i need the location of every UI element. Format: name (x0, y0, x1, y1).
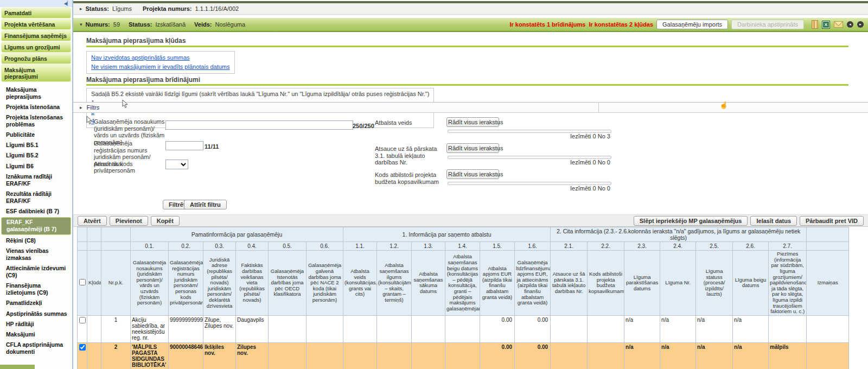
error-link-1[interactable]: Nav izveidotas apstiprinātās summas (91, 53, 230, 62)
row-checkbox[interactable] (79, 344, 86, 351)
sidebar-item-esf-dalibnieki-b-7[interactable]: ESF dalibnieki (B 7) (1, 207, 71, 217)
show-all-records-button[interactable]: Rādīt visus ierakstus (446, 143, 499, 153)
sidebar-item-rezultāta-rādītāji-eraf-kf[interactable]: Rezultāta rādītāji ERAF/KF (1, 189, 71, 206)
sidebar-item-cfla-apstiprinājuma-dokumenti[interactable]: CFLA apstiprinājuma dokumenti (1, 340, 71, 357)
payment-request-bar: ▾ Numurs: 59 Statuss: Izskatīšanā Veids:… (73, 18, 868, 32)
column-header-c02: Galasaņēmēja reģistrācijas numurs juridi… (169, 251, 203, 316)
sidebar-item-projekta-vērtēšana[interactable]: Projekta vērtēšana (1, 19, 71, 30)
column-number-c06: 0.6. (307, 242, 343, 251)
column-header-c25: Līguma statuss (procesā/ izpildīts/ lauz… (696, 251, 733, 316)
sidebar-item-iznākuma-radītāji-eraf-kf[interactable]: Iznākuma radītāji ERAF/KF (1, 171, 71, 188)
cell-c26: n/a (733, 315, 769, 342)
column-header-c21: Atsauce uz šā pārskata 3.1. tabulā iekļa… (551, 251, 588, 316)
filter-section-header[interactable]: ▸ Filtrs (73, 102, 868, 113)
import-beneficiaries-button[interactable]: Galasaņēmēju imports (656, 20, 728, 29)
sidebar-item-hp-rādītāji[interactable]: HP rādītāji (1, 319, 71, 329)
row-checkbox[interactable] (79, 317, 86, 323)
table-group-header (78, 227, 87, 242)
hide-previous-mp-button[interactable]: Slēpt iepriekšējo MP galasaņēmējus (634, 216, 748, 226)
cell-c14 (445, 342, 480, 369)
sidebar-item-finansējuma-saņēmējs[interactable]: Finansējuma saņēmējs (1, 30, 71, 41)
error-link-2[interactable]: Ne visiem maksājumiem ir ievadīts plānot… (91, 62, 230, 72)
sidebar-item-līgumi-b5-1[interactable]: Līgumi B5.1 (1, 141, 71, 150)
filter-group-count: Iezīmēti 0 No 0 (570, 159, 610, 166)
section-divider (86, 84, 848, 86)
cell-nr: 1 (101, 315, 131, 342)
cell-c15: 0.00 (480, 315, 515, 342)
sidebar-collapse-icon[interactable]: ◀▏ (64, 1, 71, 6)
status-label: Statuss: (86, 5, 109, 12)
sidebar-item-līgumi-b6[interactable]: Līgumi B6 (1, 161, 71, 171)
collapse-arrow-icon[interactable]: ▸ (80, 6, 82, 11)
request-type-label: Veids: (194, 21, 212, 28)
sidebar-item-attiecināmie-izdevumi-c9[interactable]: Attiecināmie izdevumi (C9) (1, 263, 71, 280)
excel-export-icon[interactable]: X (822, 21, 830, 29)
nav-next-icon[interactable]: ► (857, 21, 864, 28)
sidebar-item-vienas-vienības-izmaksas[interactable]: Vienas vienības izmaksas (1, 246, 71, 263)
project-number-label: Projekta numurs: (143, 5, 192, 12)
filter-collapse-icon[interactable]: ▸ (80, 105, 82, 110)
cell-c03: Zilupe, Zilupes nov. (203, 315, 236, 342)
sidebar-item-finansējuma-izlietojums-c9[interactable]: Finansējuma izlietojums (C9) (1, 281, 71, 298)
sidebar-item-projekta-īstenošana[interactable]: Projekta īstenošana (1, 102, 71, 112)
nav-prev-icon[interactable]: ◄ (847, 21, 853, 28)
column-number-c24: 2.4. (660, 242, 696, 251)
cell-c14 (445, 315, 480, 342)
add-button[interactable]: Pievienot (110, 216, 148, 226)
sidebar-item-līgumi-b5-2[interactable]: Līgumi B5.2 (1, 151, 71, 161)
sidebar-item-rēķini-c8[interactable]: Rēķini (C8) (1, 236, 71, 245)
envelope-icon[interactable] (834, 21, 843, 28)
filter-group-2: Atsauce uz šā pārskata 3.1. tabulā iekļa… (375, 143, 614, 168)
beneficiary-name-input[interactable] (165, 120, 353, 130)
sidebar-item-publicitāte[interactable]: Publicitāte (1, 130, 71, 140)
request-number-value: 59 (113, 21, 120, 28)
sidebar-item-maksājuma-pieprasījumi[interactable]: Maksājuma pieprasījumi (1, 65, 71, 82)
column-header-c04: Faktiskās darbības veikšanas vieta (repu… (236, 251, 269, 316)
registration-number-input[interactable] (165, 141, 203, 150)
copy-button[interactable]: Kopēt (151, 216, 180, 226)
cell-err (87, 315, 101, 342)
cell-c13 (412, 342, 445, 369)
column-header-c06: Galasaņēmēja galvenā darbības joma pēc N… (307, 251, 343, 316)
open-button[interactable]: Atvērt (78, 216, 107, 226)
show-all-records-button[interactable]: Rādīt visus ierakstus (446, 117, 499, 127)
sidebar-item-pamatlidzekļi[interactable]: Pamatlidzekļi (1, 298, 71, 308)
column-header-c12: Atbalsta saņemšanas ilgums (konsultācijā… (377, 251, 412, 316)
load-data-button[interactable]: Ielasīt datus (750, 216, 797, 226)
sidebar-item-līgums-un-grozījumi[interactable]: Līgums un grozījumi (1, 42, 71, 53)
column-number-err (87, 242, 101, 251)
beneficiaries-table-wrap: Pamatinformācija par galasaņēmēju1. Info… (77, 227, 849, 369)
table-row[interactable]: 1Akciju sabiedrība, ar neeksistējošu reg… (78, 315, 849, 342)
cell-c06 (307, 315, 343, 342)
column-number-c21: 2.1. (551, 242, 588, 251)
sidebar-item-maksājuma-pieprasījums[interactable]: Maksājuma pieprasījums (1, 85, 71, 101)
sidebar-item-prognožu-plāns[interactable]: Prognožu plāns (1, 53, 71, 64)
sidebar-item-eraf-kf-galasaņēmēji-b-7[interactable]: ERAF_KF galasaņēmēji (B 7) (1, 217, 71, 235)
cell-c22 (588, 315, 624, 342)
request-status-value: Izskatīšanā (155, 21, 186, 28)
sidebar: ◀▏ PamatdatiProjekta vērtēšanaFinansējum… (0, 0, 73, 369)
clear-filter-button[interactable]: Attīrīt filtru (184, 200, 227, 209)
show-all-records-button[interactable]: Rādīt visus ierakstus (446, 169, 499, 179)
column-number-check (78, 242, 87, 251)
cell-c01: 'MĀLPILS PAGASTA SIDGUNDAS BIBLIOTĒKA' (131, 342, 169, 369)
sidebar-item-maksājumi[interactable]: Maksājumi (1, 329, 71, 339)
cell-check (78, 342, 87, 369)
cell-c04: Zilupes nov. (236, 342, 269, 369)
sidebar-item-projekta-īstenošanas-problēmas[interactable]: Projekta īstenošanas problēmas (1, 112, 71, 129)
column-header-c14: Atbalsta saņemšanas beigu datums (konsul… (445, 251, 480, 316)
column-number-c26: 2.6. (733, 242, 769, 251)
cell-c01: Akciju sabiedrība, ar neeksistējošu reg.… (131, 315, 169, 342)
column-header-c01: Galasaņēmēja nosaukums (juridiskām perso… (131, 251, 169, 316)
columns-settings-icon[interactable] (812, 20, 818, 29)
errors-section-title: Maksājuma pieprasījuma kļūdas (86, 37, 186, 44)
select-only-dropdown[interactable] (165, 160, 188, 169)
sidebar-item-apstiprinātās-summas[interactable]: Apstiprinātās summas (1, 309, 71, 319)
table-row[interactable]: 2'MĀLPILS PAGASTA SIDGUNDAS BIBLIOTĒKA'9… (78, 342, 849, 369)
expand-arrow-icon[interactable]: ▾ (80, 22, 82, 27)
cell-c02: 99999999999 (169, 315, 203, 342)
check-vid-button[interactable]: Pārbaudīt pret VID (800, 216, 864, 226)
sidebar-item-pamatdati[interactable]: Pamatdati (1, 8, 71, 18)
select-all-checkbox[interactable] (79, 279, 86, 285)
table-group-header (807, 227, 849, 242)
